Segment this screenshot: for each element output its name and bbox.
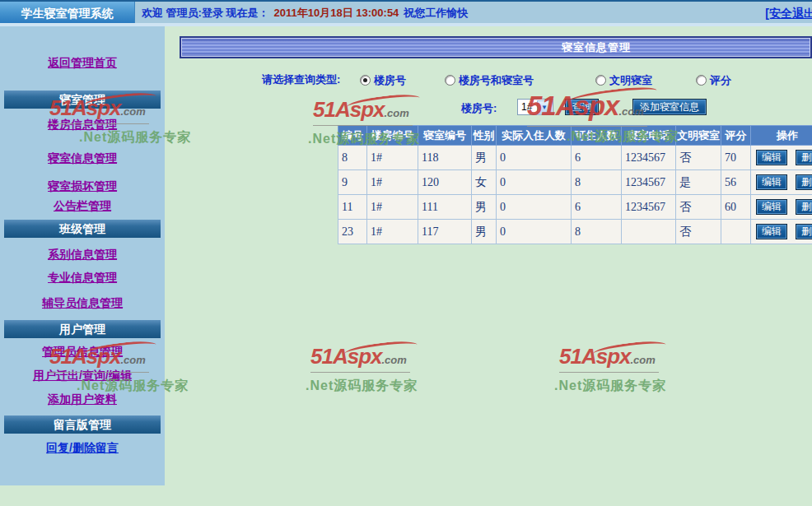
delete-button[interactable]: 删除 xyxy=(796,199,812,215)
cell-civilized: 否 xyxy=(676,146,721,170)
floor-select[interactable]: 1# ▼ xyxy=(517,99,553,115)
sidebar-item-return-home[interactable]: 返回管理首页 xyxy=(0,56,165,71)
welcome-prefix: 欢迎 管理员:登录 现在是： xyxy=(142,7,269,19)
radio-label: 评分 xyxy=(710,74,731,86)
cell-actual: 0 xyxy=(497,220,572,244)
sidebar-header-message-board: 留言版管理 xyxy=(4,415,161,434)
watermark-tagline: .Net源码服务专家 xyxy=(554,378,666,395)
current-datetime: 2011年10月18日 13:00:54 xyxy=(269,7,404,19)
panel-title: 寝室信息管理 xyxy=(181,38,810,57)
watermark-logo: 51Aspx.com xyxy=(559,346,659,373)
floor-select-row: 楼房号: 1# ▼ 查询 添加寝室信息 xyxy=(0,99,812,117)
cell-capacity: 8 xyxy=(572,170,622,195)
cell-score: 56 xyxy=(721,170,751,195)
cell-id: 8 xyxy=(338,146,367,170)
app-window: 学生寝室管理系统 欢迎 管理员:登录 现在是：2011年10月18日 13:00… xyxy=(0,0,812,506)
watermark-51aspx: 51Aspx.com .Net源码服务专家 xyxy=(310,346,418,395)
floor-label: 楼房号: xyxy=(461,101,497,116)
cell-dorm: 118 xyxy=(418,146,472,170)
dorm-info-table: 编号 楼房编号 寝室编号 性别 实际入住人数 可住人数 寝室电话 文明寝室 评分… xyxy=(338,125,812,244)
cell-id: 11 xyxy=(338,195,367,220)
cell-score xyxy=(721,220,751,244)
sidebar-header-class-mgmt: 班级管理 xyxy=(4,220,161,238)
sidebar: 返回管理首页 寝室管理 楼房信息管理 寝室信息管理 寝室损坏管理 公告栏管理 班… xyxy=(0,26,165,485)
table-row: 9 1# 120 女 0 8 1234567 是 56 编辑删除 xyxy=(338,170,812,195)
edit-button[interactable]: 编辑 xyxy=(756,224,787,239)
cell-phone: 1234567 xyxy=(622,146,676,170)
sidebar-item-dorm-info[interactable]: 寝室信息管理 xyxy=(0,151,165,166)
cell-operations: 编辑删除 xyxy=(751,220,812,244)
watermark-logo: 51Aspx.com xyxy=(310,346,410,373)
cell-civilized: 否 xyxy=(676,195,721,220)
delete-button[interactable]: 删除 xyxy=(796,150,812,165)
cell-actual: 0 xyxy=(497,170,572,195)
panel-title-bar: 寝室信息管理 xyxy=(180,36,812,58)
cell-actual: 0 xyxy=(497,146,572,170)
col-header-operations: 操作 xyxy=(751,126,812,146)
cell-gender: 男 xyxy=(472,146,497,170)
query-type-label: 请选择查询类型: xyxy=(262,72,340,87)
sidebar-item-building-info[interactable]: 楼房信息管理 xyxy=(0,118,165,132)
add-dorm-info-button[interactable]: 添加寝室信息 xyxy=(632,99,707,115)
welcome-suffix: 祝您工作愉快 xyxy=(404,7,468,19)
watermark-tagline: .Net源码服务专家 xyxy=(306,378,418,395)
delete-button[interactable]: 删除 xyxy=(796,224,812,239)
radio-score[interactable]: 评分 xyxy=(696,72,731,88)
sidebar-item-reply-delete-message[interactable]: 回复/删除留言 xyxy=(0,441,165,456)
col-header-capacity: 可住人数 xyxy=(572,126,622,146)
radio-unchecked-icon[interactable] xyxy=(595,75,606,86)
sidebar-item-add-user[interactable]: 添加用户资料 xyxy=(0,392,165,407)
sidebar-item-admin-info[interactable]: 管理员信息管理 xyxy=(0,345,165,360)
edit-button[interactable]: 编辑 xyxy=(756,150,787,165)
col-header-id: 编号 xyxy=(338,126,367,146)
radio-label: 楼房号和寝室号 xyxy=(459,74,534,86)
sidebar-item-bulletin[interactable]: 公告栏管理 xyxy=(0,199,165,214)
sidebar-header-user-mgmt: 用户管理 xyxy=(4,320,161,338)
col-header-score: 评分 xyxy=(721,126,751,146)
cell-dorm: 117 xyxy=(418,220,472,244)
sidebar-item-department-info[interactable]: 系别信息管理 xyxy=(0,248,165,262)
sidebar-item-user-move-query[interactable]: 用户迁出/查询/编辑 xyxy=(0,369,165,383)
cell-gender: 男 xyxy=(472,220,497,244)
cell-actual: 0 xyxy=(497,195,572,220)
cell-building: 1# xyxy=(367,170,418,195)
cell-dorm: 111 xyxy=(418,195,472,220)
edit-button[interactable]: 编辑 xyxy=(756,174,787,190)
table-header-row: 编号 楼房编号 寝室编号 性别 实际入住人数 可住人数 寝室电话 文明寝室 评分… xyxy=(338,126,812,146)
cell-score: 60 xyxy=(721,195,751,220)
top-bar: 学生寝室管理系统 欢迎 管理员:登录 现在是：2011年10月18日 13:00… xyxy=(0,0,812,23)
cell-phone: 1234567 xyxy=(622,195,676,220)
chevron-down-icon[interactable]: ▼ xyxy=(537,100,552,115)
welcome-message: 欢迎 管理员:登录 现在是：2011年10月18日 13:00:54祝您工作愉快 xyxy=(142,2,468,24)
query-type-row: 请选择查询类型: 楼房号 楼房号和寝室号 文明寝室 评分 xyxy=(0,72,812,87)
table-row: 23 1# 117 男 0 8 否 编辑删除 xyxy=(338,220,812,244)
cell-operations: 编辑删除 xyxy=(751,195,812,220)
edit-button[interactable]: 编辑 xyxy=(756,199,787,215)
radio-civilized-dorm[interactable]: 文明寝室 xyxy=(595,72,652,88)
col-header-building-no: 楼房编号 xyxy=(367,126,418,146)
cell-gender: 女 xyxy=(472,170,497,195)
logout-link[interactable]: [安全退出 xyxy=(765,2,812,24)
radio-unchecked-icon[interactable] xyxy=(445,75,455,86)
cell-id: 9 xyxy=(338,170,367,195)
radio-unchecked-icon[interactable] xyxy=(696,75,707,86)
query-button[interactable]: 查询 xyxy=(565,99,599,115)
cell-phone: 1234567 xyxy=(622,170,676,195)
cell-building: 1# xyxy=(367,220,418,244)
cell-gender: 男 xyxy=(472,195,497,220)
col-header-civilized-dorm: 文明寝室 xyxy=(676,126,721,146)
col-header-gender: 性别 xyxy=(472,126,497,146)
cell-capacity: 6 xyxy=(572,146,622,170)
radio-checked-icon[interactable] xyxy=(360,75,371,86)
radio-building-number[interactable]: 楼房号 xyxy=(360,72,406,88)
col-header-dorm-no: 寝室编号 xyxy=(418,126,472,146)
radio-building-and-dorm-number[interactable]: 楼房号和寝室号 xyxy=(445,72,534,88)
delete-button[interactable]: 删除 xyxy=(796,174,812,190)
sidebar-item-dorm-damage[interactable]: 寝室损坏管理 xyxy=(0,179,165,194)
cell-score: 70 xyxy=(721,146,751,170)
cell-operations: 编辑删除 xyxy=(751,146,812,170)
cell-phone xyxy=(622,220,676,244)
sidebar-item-counselor-info[interactable]: 辅导员信息管理 xyxy=(0,296,165,311)
sidebar-item-major-info[interactable]: 专业信息管理 xyxy=(0,271,165,285)
col-header-actual-occupancy: 实际入住人数 xyxy=(497,126,572,146)
